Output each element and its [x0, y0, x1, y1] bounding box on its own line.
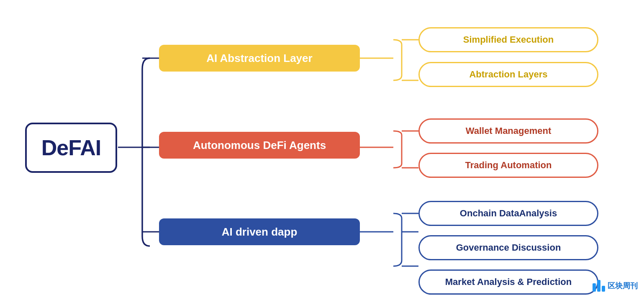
- branch-autonomous-defi-label: Autonomous DeFi Agents: [193, 139, 326, 152]
- watermark-bar-2: [597, 280, 600, 292]
- sub-onchain-data: Onchain DataAnalysis: [418, 201, 598, 226]
- watermark: 区块周刊: [593, 280, 638, 292]
- branch-ai-driven-dapp-label: AI driven dapp: [222, 226, 298, 239]
- market-analysis-label: Market Analysis & Prediction: [445, 277, 572, 287]
- watermark-icon: [593, 280, 605, 292]
- defai-box: DeFAI: [25, 123, 117, 173]
- simplified-execution-label: Simplified Execution: [463, 34, 554, 45]
- wallet-management-label: Wallet Management: [466, 126, 552, 136]
- sub-governance: Governance Discussion: [418, 235, 598, 260]
- sub-wallet-management: Wallet Management: [418, 118, 598, 144]
- defai-label: DeFAI: [41, 135, 101, 160]
- governance-label: Governance Discussion: [456, 242, 561, 253]
- watermark-text: 区块周刊: [608, 281, 638, 291]
- sub-market-analysis: Market Analysis & Prediction: [418, 269, 598, 295]
- branch-ai-abstraction: AI Abstraction Layer: [159, 45, 360, 72]
- branch-ai-abstraction-label: AI Abstraction Layer: [206, 52, 312, 65]
- sub-abstraction-layers: Abtraction Layers: [418, 62, 598, 87]
- sub-trading-automation: Trading Automation: [418, 153, 598, 178]
- watermark-bar-1: [593, 283, 596, 292]
- trading-automation-label: Trading Automation: [465, 160, 552, 171]
- branch-ai-driven-dapp: AI driven dapp: [159, 218, 360, 245]
- sub-simplified-execution: Simplified Execution: [418, 27, 598, 52]
- abstraction-layers-label: Abtraction Layers: [469, 69, 547, 80]
- branch-autonomous-defi: Autonomous DeFi Agents: [159, 132, 360, 159]
- watermark-bar-3: [602, 286, 605, 292]
- onchain-data-label: Onchain DataAnalysis: [460, 208, 557, 219]
- diagram-container: DeFAI AI Abstraction Layer Autonomous De…: [0, 0, 644, 295]
